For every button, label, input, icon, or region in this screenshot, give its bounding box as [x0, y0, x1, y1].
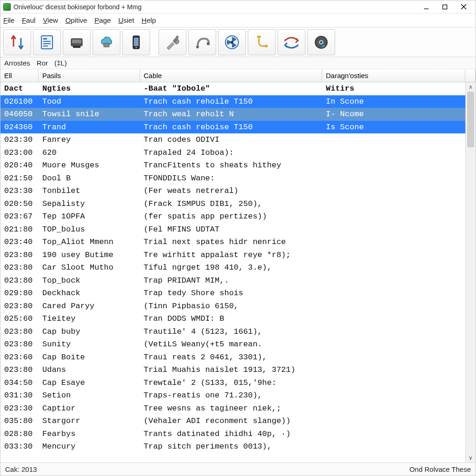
- table-row[interactable]: 021:80TOP_bolus(Fel MFINS UDTAT: [0, 223, 465, 236]
- tool-sync-icon[interactable]: [3, 29, 31, 55]
- table-row[interactable]: 026100ToodTrach cash rehoile T150In Scon…: [0, 95, 465, 108]
- table-row[interactable]: 023:80Cap bubyTrautile' 4 (5123, 1661),: [0, 325, 465, 338]
- table-row[interactable]: 046050Towsil snileTrach weal reholt NI- …: [0, 108, 465, 121]
- table-row[interactable]: 023:80Car Sloot MuthoTiful ngrget 198 41…: [0, 261, 465, 274]
- tool-tools-icon[interactable]: [159, 29, 186, 55]
- cell-a: 034:50: [0, 378, 39, 387]
- cell-a: 023:00: [0, 148, 39, 157]
- table-row[interactable]: 023:80190 usey ButimeTre wirhitt appalas…: [0, 249, 465, 262]
- table-row[interactable]: 020:40Muore MusgesTrancFitents to sheats…: [0, 159, 465, 172]
- table-row[interactable]: 034:50Cap EsayeTrewtale' 2 (S133, 015,'9…: [0, 377, 465, 390]
- status-bar: Cak: 2013 Ond Rolvace These: [0, 463, 476, 476]
- svg-point-20: [231, 41, 233, 44]
- cell-a: 025:60: [0, 314, 39, 323]
- subbar-label-b[interactable]: Ror: [37, 59, 48, 67]
- minimize-button[interactable]: [417, 1, 436, 13]
- tool-phone-icon[interactable]: [122, 29, 150, 55]
- tool-clamp-icon[interactable]: [248, 29, 276, 55]
- tool-report-icon[interactable]: [33, 29, 61, 55]
- table-row[interactable]: 023:67Tep 1OPFA(fer spatis app pertizes)…: [0, 210, 465, 223]
- tool-cloud-icon[interactable]: [93, 29, 120, 55]
- tool-disc-icon[interactable]: [307, 29, 335, 55]
- cell-c: Trach cash rehoile T150: [140, 97, 322, 106]
- cell-a: 023:67: [0, 212, 39, 221]
- cell-b: Trand: [39, 123, 140, 132]
- svg-rect-10: [72, 40, 81, 43]
- table-row[interactable]: 023:80Top_bockTrap PRIDANT MIM,.: [0, 274, 465, 287]
- cell-b: Fanrey: [39, 135, 140, 144]
- menu-usiet[interactable]: Usiet: [118, 16, 134, 24]
- scroll-track[interactable]: [466, 92, 476, 453]
- scroll-thumb[interactable]: [467, 92, 474, 147]
- menu-faul[interactable]: Faul: [22, 16, 35, 24]
- header-col-a[interactable]: Ell: [0, 69, 39, 82]
- cell-c: Tre wirhitt appalast reye *r8);: [140, 251, 322, 259]
- table-row[interactable]: 028:80FearbysTrants datinated ihidhi 40p…: [0, 428, 465, 441]
- cell-a: 046050: [0, 110, 39, 119]
- tool-hose-icon[interactable]: [188, 29, 216, 55]
- table-row[interactable]: 031:30SetionTraps-reatis one 71.230),: [0, 389, 465, 402]
- cell-a: 023:80: [0, 276, 39, 285]
- cell-d: Witirs: [322, 84, 465, 93]
- header-col-b[interactable]: Pasils: [39, 69, 140, 82]
- subbar-label-a[interactable]: Arrostes: [4, 59, 30, 67]
- table-row[interactable]: 020:50Sepalisty(Frack ISMPUS DIB1, 250),: [0, 198, 465, 211]
- app-window: Onivelouc' dicesst bokisepor forbond + M…: [0, 0, 476, 476]
- table-subheader: DactNgties-Baat "Iobole"Witirs: [0, 82, 465, 95]
- cell-c: Trautile' 4 (5123, 1661),: [140, 327, 322, 336]
- scroll-up-icon[interactable]: ∧: [466, 82, 476, 92]
- table-row[interactable]: 023:80UdansTrial Muahis naislet 1913, 37…: [0, 364, 465, 377]
- table-row[interactable]: 023:80Cared Paryy(Tinn Pipbasio 6150,: [0, 300, 465, 313]
- table-row[interactable]: 033:30MencuryTrap sitch periments 0013),: [0, 440, 465, 453]
- svg-point-22: [265, 45, 268, 47]
- table-row[interactable]: 029:80DeckhackTrap tedy Shore shois: [0, 287, 465, 300]
- table-row[interactable]: 023:60Cap BoiteTraui reats 2 0461, 3301)…: [0, 351, 465, 364]
- table-row[interactable]: 023:80Sunity(VetiLS Weany(+t5 marean.: [0, 338, 465, 351]
- cell-c: (VetiLS Weany(+t5 marean.: [140, 340, 322, 349]
- cell-b: Tep 1OPFA: [39, 212, 140, 221]
- cell-a: 020:40: [0, 161, 39, 170]
- menu-help[interactable]: Help: [142, 16, 156, 24]
- maximize-button[interactable]: [436, 1, 454, 13]
- header-col-c[interactable]: Cable: [140, 69, 322, 82]
- svg-rect-21: [257, 36, 261, 38]
- menu-page[interactable]: Page: [94, 16, 111, 24]
- tool-swap-icon[interactable]: [278, 29, 305, 55]
- cell-c: (Frack ISMPUS DIB1, 250),: [140, 199, 322, 208]
- table-row[interactable]: 023:40Top_Aliot MmennTrial next spates h…: [0, 236, 465, 249]
- menu-view[interactable]: View: [43, 16, 58, 24]
- tool-device-icon[interactable]: [63, 29, 91, 55]
- table-row[interactable]: 023:30Tonbilet(Fer weats netreral): [0, 185, 465, 198]
- cell-c: TrancFitents to sheats hithey: [140, 161, 322, 170]
- menu-file[interactable]: File: [3, 16, 14, 24]
- vertical-scrollbar[interactable]: ∧ ∨: [465, 82, 476, 463]
- cell-b: TOP_bolus: [39, 225, 140, 234]
- close-button[interactable]: [454, 1, 473, 13]
- cell-d: Is Scone: [322, 123, 465, 132]
- header-col-d[interactable]: Daragn'osties: [322, 69, 465, 82]
- table-row[interactable]: 023:30CaptiorTree wesns as tagineer niek…: [0, 402, 465, 415]
- cell-b: Ngties: [39, 84, 140, 93]
- svg-rect-11: [73, 46, 80, 48]
- cell-b: Cared Paryy: [39, 302, 140, 311]
- table-row[interactable]: 023:00620Trapaled 24 Ioboa):: [0, 146, 465, 159]
- tool-fan-icon[interactable]: [218, 29, 246, 55]
- title-bar: Onivelouc' dicesst bokisepor forbond + M…: [0, 0, 476, 13]
- cell-b: Sepalisty: [39, 199, 140, 208]
- menu-opitive[interactable]: Opitive: [66, 16, 87, 24]
- cell-c: Trants datinated ihidhi 40p, ·): [140, 430, 322, 438]
- table-row[interactable]: 024360TrandTrach cash reboise T150Is Sco…: [0, 121, 465, 134]
- subbar-label-c[interactable]: (‡L): [54, 59, 67, 67]
- menu-bar: File Faul View Opitive Page Usiet Help: [0, 13, 476, 27]
- svg-point-25: [320, 41, 322, 43]
- cell-a: Dact: [0, 84, 39, 93]
- table-row[interactable]: 021:50Dool BTFONDDILS Wane:: [0, 172, 465, 185]
- cell-a: 023:80: [0, 327, 39, 336]
- cell-b: Top_Aliot Mmenn: [39, 238, 140, 246]
- table-row[interactable]: 023:30FanreyTran codes ODIVI: [0, 133, 465, 146]
- cell-a: 020:50: [0, 199, 39, 208]
- scroll-down-icon[interactable]: ∨: [466, 453, 476, 463]
- table-row[interactable]: 035:80Stargorr(Vehaler ADI reconment sla…: [0, 415, 465, 428]
- cell-b: Setion: [39, 391, 140, 400]
- table-row[interactable]: 025:60TieiteyTran DODS WMDI: B: [0, 312, 465, 325]
